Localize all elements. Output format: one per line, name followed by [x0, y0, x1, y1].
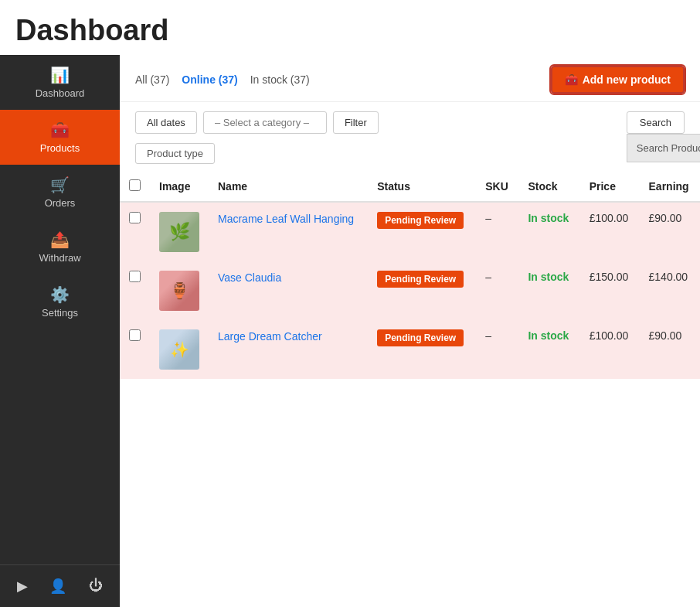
row-1-sku-cell: – [476, 202, 518, 261]
row-1-image-cell [150, 202, 209, 261]
arrow-right-icon[interactable]: ▶ [14, 575, 31, 598]
search-wrapper: Search Search Products [627, 111, 685, 134]
row-2-status-cell: Pending Review [368, 261, 476, 320]
search-button[interactable]: Search [627, 111, 685, 134]
power-icon[interactable]: ⏻ [86, 575, 106, 598]
sidebar-item-products[interactable]: 🧰 Products [0, 110, 120, 165]
row-1-name-cell: Macrame Leaf Wall Hanging [209, 202, 368, 261]
sidebar: 📊 Dashboard 🧰 Products 🛒 Orders 📤 Withdr… [0, 55, 120, 607]
col-price: Price [580, 172, 640, 202]
row-1-checkbox[interactable] [129, 212, 141, 223]
sidebar-item-withdraw[interactable]: 📤 Withdraw [0, 220, 120, 275]
row-2-checkbox[interactable] [129, 271, 141, 282]
row-3-checkbox-cell [120, 320, 150, 379]
tab-instock[interactable]: In stock (37) [250, 72, 310, 87]
sidebar-item-settings-label: Settings [42, 307, 78, 319]
col-earning: Earning [640, 172, 700, 202]
row-checkbox-cell [120, 202, 150, 261]
select-all-checkbox[interactable] [129, 179, 141, 191]
tab-online[interactable]: Online (37) [182, 72, 237, 87]
row-3-name-cell: Large Dream Catcher [209, 320, 368, 379]
user-icon[interactable]: 👤 [46, 575, 70, 598]
col-sku: SKU [476, 172, 518, 202]
tab-all[interactable]: All (37) [135, 72, 169, 87]
table-row: Large Dream Catcher Pending Review – In … [120, 320, 700, 379]
col-name: Name [209, 172, 368, 202]
row-2-stock-value: In stock [528, 271, 569, 283]
add-product-icon: 🧰 [565, 73, 578, 86]
row-2-earning-cell: £140.00 [640, 261, 700, 320]
product-type-button[interactable]: Product type [135, 143, 215, 164]
row-3-stock-value: In stock [528, 329, 569, 342]
add-product-button[interactable]: 🧰 Add new product [551, 66, 685, 94]
settings-icon: ⚙️ [50, 285, 70, 304]
col-status: Status [368, 172, 476, 202]
row-1-stock-cell: In stock [518, 202, 579, 261]
add-product-label: Add new product [583, 73, 671, 86]
products-table: Image Name Status SKU Stock Pr [120, 172, 700, 379]
sidebar-bottom: ▶ 👤 ⏻ [0, 564, 120, 607]
row-3-price-cell: £100.00 [580, 320, 640, 379]
row-2-stock-cell: In stock [518, 261, 579, 320]
row-3-earning-cell: £90.00 [640, 320, 700, 379]
row-2-name-cell: Vase Claudia [209, 261, 368, 320]
row-1-stock-value: In stock [528, 212, 569, 224]
orders-icon: 🛒 [50, 176, 70, 194]
search-dropdown-text: Search Products [637, 142, 700, 154]
row-2-checkbox-cell [120, 261, 150, 320]
row-3-name-link[interactable]: Large Dream Catcher [218, 330, 322, 343]
dashboard-icon: 📊 [50, 66, 70, 84]
row-3-image [159, 329, 199, 370]
header-checkbox-col [120, 172, 150, 202]
sidebar-item-orders[interactable]: 🛒 Orders [0, 165, 120, 220]
content-area: All (37) Online (37) In stock (37) 🧰 Add… [120, 55, 700, 607]
sidebar-item-orders-label: Orders [45, 197, 76, 209]
row-3-stock-cell: In stock [518, 320, 579, 379]
sidebar-item-dashboard[interactable]: 📊 Dashboard [0, 55, 120, 110]
withdraw-icon: 📤 [50, 230, 70, 249]
table-row: Vase Claudia Pending Review – In stock £… [120, 261, 700, 320]
row-2-image [159, 271, 199, 311]
filter-button[interactable]: Filter [333, 111, 379, 134]
row-1-earning-cell: £90.00 [640, 202, 700, 261]
sidebar-item-products-label: Products [40, 142, 80, 154]
row-3-checkbox[interactable] [129, 329, 141, 341]
table-row: Macrame Leaf Wall Hanging Pending Review… [120, 202, 700, 261]
filters-row: All dates – Select a category – Filter S… [120, 102, 700, 138]
content-header: All (37) Online (37) In stock (37) 🧰 Add… [120, 55, 700, 102]
row-1-status-badge: Pending Review [377, 212, 464, 229]
row-3-image-cell [150, 320, 209, 379]
row-1-name-link[interactable]: Macrame Leaf Wall Hanging [218, 213, 354, 225]
col-image: Image [150, 172, 209, 202]
row-2-name-link[interactable]: Vase Claudia [218, 271, 281, 284]
row-3-status-cell: Pending Review [368, 320, 476, 379]
col-stock: Stock [518, 172, 579, 202]
tabs: All (37) Online (37) In stock (37) [135, 72, 310, 87]
row-3-status-badge: Pending Review [377, 329, 464, 346]
row-2-sku-cell: – [476, 261, 518, 320]
table-header-row: Image Name Status SKU Stock Pr [120, 172, 700, 202]
row-1-status-cell: Pending Review [368, 202, 476, 261]
sidebar-item-dashboard-label: Dashboard [36, 87, 85, 99]
sidebar-item-settings[interactable]: ⚙️ Settings [0, 275, 120, 329]
page-title: Dashboard [0, 0, 700, 55]
products-icon: 🧰 [50, 121, 70, 139]
row-3-sku-cell: – [476, 320, 518, 379]
row-2-price-cell: £150.00 [580, 261, 640, 320]
row-2-image-cell [150, 261, 209, 320]
sidebar-item-withdraw-label: Withdraw [39, 252, 80, 264]
row-1-image [159, 212, 199, 252]
row-2-status-badge: Pending Review [377, 271, 464, 288]
row-1-price-cell: £100.00 [580, 202, 640, 261]
second-filters-row: Product type [120, 138, 700, 172]
category-select[interactable]: – Select a category – [203, 111, 327, 134]
all-dates-button[interactable]: All dates [135, 111, 197, 134]
search-dropdown: Search Products [627, 134, 700, 162]
